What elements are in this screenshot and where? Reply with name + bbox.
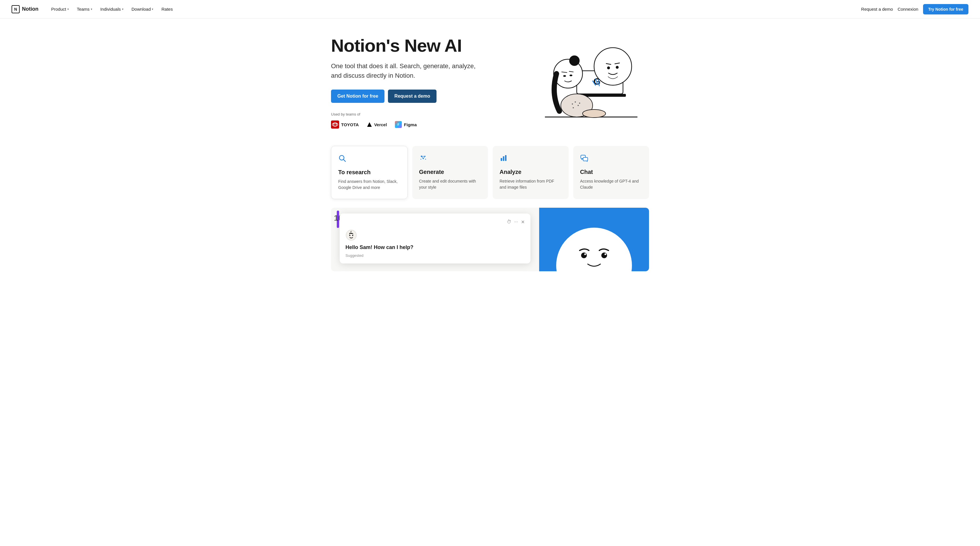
nav-item-rates[interactable]: Rates	[158, 4, 176, 14]
clock-icon: ⏱	[507, 219, 511, 225]
feature-desc-research: Find answers from Notion, Slack, Google …	[338, 179, 400, 190]
svg-point-1	[334, 123, 337, 126]
notion-ai-icon	[345, 229, 357, 241]
chevron-down-icon: ▾	[122, 8, 123, 11]
svg-point-12	[573, 107, 574, 108]
svg-point-13	[579, 103, 580, 104]
chat-icon	[580, 154, 642, 164]
search-icon	[338, 154, 400, 164]
feature-title-research: To research	[338, 169, 400, 176]
chevron-down-icon: ▾	[67, 8, 69, 11]
chevron-down-icon: ▾	[152, 8, 153, 11]
nav-right: Request a demo Connexion Try Notion for …	[861, 4, 969, 14]
toyota-icon	[331, 121, 339, 129]
nav-items: Product ▾ Teams ▾ Individuals ▾ Download…	[48, 4, 177, 14]
vercel-logo: Vercel	[367, 122, 387, 127]
nav-item-teams[interactable]: Teams ▾	[73, 4, 96, 14]
svg-rect-41	[505, 155, 506, 161]
svg-line-30	[344, 159, 345, 162]
chat-modal-header: ⏱ ··· ✕	[345, 219, 525, 225]
chat-greeting: Hello Sam! How can I help?	[345, 244, 525, 251]
svg-rect-39	[501, 158, 502, 161]
get-notion-free-button[interactable]: Get Notion for free	[331, 90, 385, 103]
svg-point-52	[584, 253, 586, 255]
vercel-triangle-icon	[367, 122, 372, 127]
brand-name: Notion	[22, 6, 38, 12]
demo-left-panel: 10 ⏱ ··· ✕ Hello Sam! How	[331, 208, 539, 271]
nav-left: N Notion Product ▾ Teams ▾ Individuals ▾…	[11, 4, 177, 14]
svg-point-34	[420, 159, 421, 160]
nav-item-product[interactable]: Product ▾	[48, 4, 72, 14]
nav-item-download[interactable]: Download ▾	[128, 4, 157, 14]
svg-point-9	[572, 103, 573, 105]
feature-card-research[interactable]: To research Find answers from Notion, Sl…	[331, 146, 407, 199]
svg-point-14	[582, 110, 606, 117]
figma-icon: F	[395, 121, 402, 128]
figma-logo: F Figma	[395, 121, 417, 128]
svg-marker-3	[367, 122, 372, 127]
close-icon[interactable]: ✕	[521, 219, 525, 225]
notion-logo-icon: N	[11, 5, 20, 13]
chat-modal: ⏱ ··· ✕ Hello Sam! How can I help? Sugge…	[340, 213, 530, 263]
svg-line-38	[423, 156, 425, 159]
svg-rect-43	[583, 157, 588, 161]
more-icon: ···	[514, 219, 518, 225]
demo-right-panel	[539, 208, 649, 271]
svg-rect-40	[503, 156, 504, 161]
hero-svg: G	[528, 36, 649, 129]
demo-right-illustration	[539, 208, 649, 271]
feature-desc-analyze: Retrieve information from PDF and image …	[500, 178, 562, 190]
brand-logos: TOYOTA Vercel F Figma	[331, 121, 481, 129]
svg-point-49	[557, 228, 632, 271]
nav-item-individuals[interactable]: Individuals ▾	[97, 4, 127, 14]
svg-point-10	[575, 102, 576, 103]
chat-suggested-label: Suggested	[345, 253, 525, 258]
request-demo-link[interactable]: Request a demo	[861, 6, 893, 11]
hero-illustration: G	[528, 36, 649, 129]
connexion-link[interactable]: Connexion	[897, 6, 918, 11]
hero-section: Notion's New AI One tool that does it al…	[279, 19, 701, 140]
feature-card-chat[interactable]: Chat Access knowledge of GPT-4 and Claud…	[573, 146, 649, 199]
feature-desc-chat: Access knowledge of GPT-4 and Claude	[580, 178, 642, 190]
bar-chart-icon	[500, 154, 562, 164]
feature-title-analyze: Analyze	[500, 169, 562, 175]
svg-point-50	[581, 252, 587, 258]
svg-point-25	[616, 66, 619, 69]
svg-point-16	[569, 56, 580, 66]
svg-point-45	[349, 235, 350, 236]
svg-point-46	[352, 235, 353, 236]
svg-point-17	[563, 75, 566, 77]
navbar: N Notion Product ▾ Teams ▾ Individuals ▾…	[0, 0, 980, 19]
used-by-label: Used by teams of	[331, 112, 481, 116]
svg-point-35	[425, 159, 426, 160]
feature-card-analyze[interactable]: Analyze Retrieve information from PDF an…	[493, 146, 569, 199]
feature-card-generate[interactable]: Generate Create and edit documents with …	[412, 146, 488, 199]
hero-content: Notion's New AI One tool that does it al…	[331, 36, 481, 129]
svg-point-18	[570, 75, 573, 76]
hero-buttons: Get Notion for free Request a demo	[331, 90, 481, 103]
try-free-button[interactable]: Try Notion for free	[923, 4, 969, 14]
demo-section: 10 ⏱ ··· ✕ Hello Sam! How	[279, 208, 701, 283]
svg-point-0	[332, 123, 338, 126]
request-demo-button[interactable]: Request a demo	[388, 90, 436, 103]
feature-title-generate: Generate	[419, 169, 481, 175]
sparkle-icon	[419, 154, 481, 164]
feature-desc-generate: Create and edit documents with your styl…	[419, 178, 481, 190]
svg-point-11	[578, 105, 579, 106]
hero-subtitle: One tool that does it all. Search, gener…	[331, 61, 481, 80]
feature-title-chat: Chat	[580, 169, 642, 175]
hero-title: Notion's New AI	[331, 36, 481, 56]
toyota-logo: TOYOTA	[331, 121, 359, 129]
svg-line-37	[422, 156, 423, 159]
svg-point-53	[605, 253, 606, 255]
svg-point-21	[594, 48, 632, 85]
nav-logo[interactable]: N Notion	[11, 5, 38, 13]
chevron-down-icon: ▾	[91, 8, 92, 11]
feature-cards: To research Find answers from Notion, Sl…	[279, 140, 701, 208]
svg-point-24	[607, 67, 610, 69]
svg-point-51	[601, 252, 607, 258]
